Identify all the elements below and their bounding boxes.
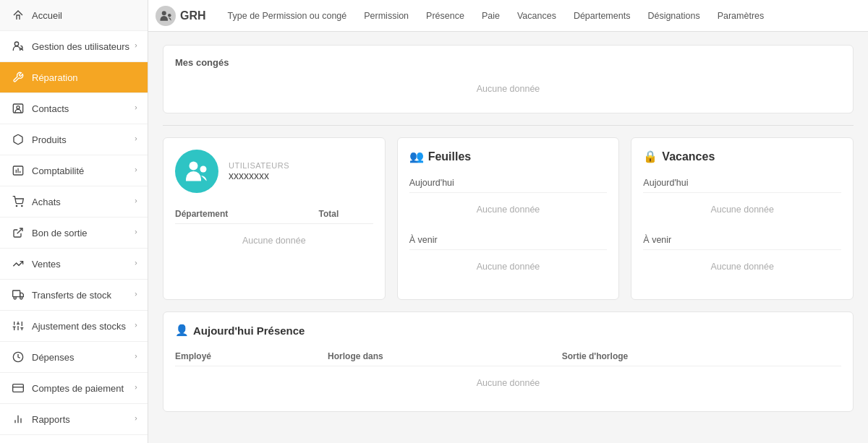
sidebar-item-comptabilite[interactable]: Comptabilité‹ (0, 155, 148, 186)
top-nav: GRH Type de Permission ou congéPermissio… (148, 0, 868, 32)
svg-point-34 (168, 14, 171, 17)
users-icon (10, 38, 26, 54)
feuilles-upcoming-label: À venir (409, 231, 608, 250)
presence-col2: Horloge dans (328, 347, 562, 366)
sidebar-item-gestion-utilisateurs[interactable]: Gestion des utilisateurs‹ (0, 31, 148, 62)
sidebar-item-bon-de-sortie[interactable]: Bon de sortie‹ (0, 218, 148, 249)
chevron-right-icon: ‹ (135, 166, 137, 175)
dept-table: Département Total Aucune donnée (175, 205, 373, 257)
sidebar-item-produits[interactable]: Produits‹ (0, 124, 148, 155)
middle-row: UTILISATEURS xxxxxxxx Département Total (163, 137, 854, 300)
sidebar-item-contacts[interactable]: Contacts‹ (0, 93, 148, 124)
feuilles-title: 👥 Feuilles (409, 150, 608, 163)
svg-point-35 (190, 162, 198, 171)
sidebar-item-ajustement-stocks[interactable]: Ajustement des stocks‹ (0, 311, 148, 342)
topnav-item-presence[interactable]: Présence (419, 7, 472, 25)
sidebar-label-ventes: Ventes (32, 259, 135, 270)
top-nav-items: Type de Permission ou congéPermissionPré… (221, 7, 772, 25)
svg-point-36 (200, 166, 207, 173)
topnav-item-type-permission[interactable]: Type de Permission ou congé (221, 7, 354, 25)
chevron-right-icon: ‹ (135, 228, 137, 237)
topnav-item-designations[interactable]: Désignations (640, 7, 707, 25)
sidebar-item-comptes-paiement[interactable]: Comptes de paiement‹ (0, 373, 148, 404)
conges-card: Mes congés Aucune donnée (163, 45, 854, 113)
cart-icon (10, 194, 26, 210)
wrench-icon (10, 69, 26, 85)
svg-point-33 (162, 11, 166, 15)
presence-col3: Sortie d'horloge (562, 347, 841, 366)
svg-point-0 (14, 42, 18, 46)
presence-label: Aujourd'hui Présence (193, 324, 305, 337)
vacances-upcoming-label: À venir (643, 231, 841, 250)
vacances-today-no-data: Aucune donnée (643, 197, 841, 222)
vacances-upcoming-no-data: Aucune donnée (643, 254, 841, 279)
svg-point-8 (22, 205, 22, 206)
presence-title: 👤 Aujourd'hui Présence (175, 324, 841, 337)
exit-icon (10, 225, 26, 241)
adjust-icon (10, 318, 26, 334)
feuilles-today-label: Aujourd'hui (409, 173, 608, 193)
chevron-right-icon: ‹ (135, 135, 137, 144)
transfer-icon (10, 287, 26, 303)
chevron-right-icon: ‹ (135, 291, 137, 299)
topnav-item-paie[interactable]: Paie (475, 7, 507, 25)
sidebar: AccueilGestion des utilisateurs‹Réparati… (0, 0, 148, 443)
sidebar-label-transferts-stock: Transferts de stock (32, 290, 135, 301)
feuilles-upcoming-no-data: Aucune donnée (409, 254, 608, 279)
content-area: Mes congés Aucune donnée UTILISATEURS xx… (148, 32, 868, 443)
topnav-item-permission[interactable]: Permission (357, 7, 416, 25)
topnav-item-departements[interactable]: Départements (566, 7, 638, 25)
divider (163, 125, 854, 126)
feuilles-today-no-data: Aucune donnée (409, 197, 608, 222)
sidebar-item-reparation[interactable]: Réparation (0, 62, 148, 93)
top-nav-logo: GRH (156, 6, 206, 26)
users-card-top: UTILISATEURS xxxxxxxx (175, 150, 373, 193)
chevron-right-icon: ‹ (135, 322, 137, 330)
svg-point-12 (20, 297, 22, 299)
vacances-title: 🔒 Vacances (643, 150, 841, 163)
sidebar-item-reservations[interactable]: Réservations (0, 435, 148, 443)
topnav-item-parametres[interactable]: Paramètres (710, 7, 772, 25)
sidebar-label-bon-de-sortie: Bon de sortie (32, 228, 135, 238)
topnav-item-vacances[interactable]: Vacances (510, 7, 563, 25)
sidebar-label-accueil: Accueil (32, 10, 137, 21)
sidebar-item-ventes[interactable]: Ventes‹ (0, 249, 148, 280)
sidebar-item-rapports[interactable]: Rapports‹ (0, 404, 148, 435)
chevron-right-icon: ‹ (135, 415, 137, 423)
users-card: UTILISATEURS xxxxxxxx Département Total (163, 137, 386, 300)
expense-icon (10, 349, 26, 365)
accounting-icon (10, 163, 26, 179)
presence-no-data: Aucune donnée (175, 371, 841, 395)
sidebar-label-ajustement-stocks: Ajustement des stocks (32, 321, 135, 332)
svg-point-7 (16, 205, 17, 206)
dept-col1: Département (175, 205, 318, 224)
chevron-right-icon: ‹ (135, 42, 137, 51)
vacances-upcoming: À venir Aucune donnée (643, 231, 841, 279)
dept-no-data: Aucune donnée (175, 228, 373, 253)
chevron-right-icon: ‹ (135, 259, 137, 268)
sidebar-label-reparation: Réparation (32, 72, 137, 83)
sidebar-item-accueil[interactable]: Accueil (0, 0, 148, 31)
sidebar-label-comptabilite: Comptabilité (32, 165, 135, 176)
sidebar-label-depenses: Dépenses (32, 352, 135, 363)
svg-point-11 (14, 297, 16, 299)
sidebar-item-transferts-stock[interactable]: Transferts de stock‹ (0, 280, 148, 311)
dept-col2: Total (318, 205, 373, 224)
vacances-today: Aujourd'hui Aucune donnée (643, 173, 841, 222)
main-area: GRH Type de Permission ou congéPermissio… (148, 0, 868, 443)
contact-icon (10, 100, 26, 116)
svg-line-9 (17, 228, 22, 233)
presence-card: 👤 Aujourd'hui Présence Employé Horloge d… (163, 311, 854, 412)
sidebar-item-depenses[interactable]: Dépenses‹ (0, 342, 148, 373)
sidebar-label-gestion-utilisateurs: Gestion des utilisateurs (32, 41, 135, 52)
sidebar-label-comptes-paiement: Comptes de paiement (32, 383, 135, 394)
feuilles-today: Aujourd'hui Aucune donnée (409, 173, 608, 222)
chevron-right-icon: ‹ (135, 384, 137, 392)
chevron-right-icon: ‹ (135, 104, 137, 113)
presence-table: Employé Horloge dans Sortie d'horloge Au… (175, 347, 841, 400)
users-label: UTILISATEURS (229, 161, 289, 170)
sidebar-item-achats[interactable]: Achats‹ (0, 186, 148, 218)
conges-title: Mes congés (175, 57, 841, 68)
sales-icon (10, 256, 26, 272)
feuilles-label: Feuilles (428, 150, 472, 163)
